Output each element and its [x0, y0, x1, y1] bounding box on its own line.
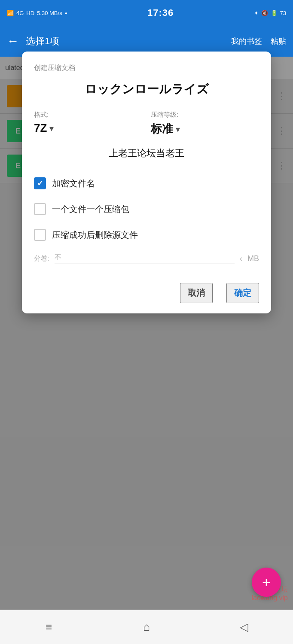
hd-badge: HD — [26, 10, 34, 16]
cancel-button[interactable]: 取消 — [180, 283, 213, 303]
checkbox-check-icon: ✓ — [37, 179, 43, 188]
checkbox-encrypt-box[interactable]: ✓ — [34, 177, 46, 189]
checkbox-encrypt-filename[interactable]: ✓ 加密文件名 — [34, 176, 259, 191]
confirm-button[interactable]: 确定 — [226, 283, 259, 303]
split-row: 分卷: 不 ‹ MB — [34, 253, 259, 268]
dialog-title: 创建压缩文档 — [34, 64, 259, 73]
dialog-container: 创建压缩文档 ロックンロールライズ 格式: 7Z ▾ 压缩等级: 标准 ▾ 上老… — [0, 26, 293, 644]
checkbox-delete-source-box[interactable] — [34, 229, 46, 241]
divider-1 — [34, 102, 259, 102]
bluetooth-icon: ✦ — [254, 10, 259, 16]
format-dropdown-arrow: ▾ — [49, 123, 54, 134]
format-value: 7Z — [34, 122, 47, 135]
level-dropdown-arrow: ▾ — [176, 124, 180, 134]
signal-text: 4G — [16, 10, 24, 16]
format-label: 格式: — [34, 111, 142, 119]
format-select[interactable]: 7Z ▾ — [34, 122, 142, 135]
level-value: 标准 — [151, 122, 173, 137]
checkbox-one-per-file-label: 一个文件一个压缩包 — [52, 204, 129, 215]
checkbox-one-per-file-box[interactable] — [34, 203, 46, 215]
create-archive-dialog: 创建压缩文档 ロックンロールライズ 格式: 7Z ▾ 压缩等级: 标准 ▾ 上老… — [22, 52, 271, 313]
filename-field[interactable]: ロックンロールライズ — [34, 81, 259, 97]
notification-dot: ● — [65, 11, 67, 15]
level-select[interactable]: 标准 ▾ — [151, 122, 259, 137]
divider-2 — [34, 166, 259, 166]
wifi-speed: 5.30 MB/s — [37, 10, 62, 16]
format-group: 格式: 7Z ▾ — [34, 111, 142, 135]
battery-level: 73 — [280, 10, 286, 16]
battery-icon: 🔋 — [271, 10, 278, 16]
dialog-actions: 取消 确定 — [34, 279, 259, 303]
status-left: 📶 4G HD 5.30 MB/s ● — [7, 10, 67, 16]
status-time: 17:36 — [147, 7, 174, 18]
checkbox-delete-source[interactable]: 压缩成功后删除源文件 — [34, 227, 259, 243]
level-label: 压缩等级: — [151, 111, 259, 119]
split-arrow-icon: ‹ — [240, 254, 242, 263]
split-unit: MB — [247, 254, 259, 263]
level-group: 压缩等级: 标准 ▾ — [151, 111, 259, 137]
checkbox-one-per-file[interactable]: 一个文件一个压缩包 — [34, 201, 259, 217]
split-input[interactable]: 不 — [55, 253, 235, 264]
status-bar: 📶 4G HD 5.30 MB/s ● 17:36 ✦ 🔇 🔋 73 — [0, 0, 293, 26]
signal-icon: 📶 — [7, 10, 14, 16]
status-right: ✦ 🔇 🔋 73 — [254, 10, 286, 16]
checkbox-delete-source-label: 压缩成功后删除源文件 — [52, 229, 138, 241]
mute-icon: 🔇 — [261, 10, 268, 16]
password-field[interactable]: 上老王论坛当老王 — [34, 143, 259, 163]
split-value: 不 — [55, 253, 61, 261]
format-row: 格式: 7Z ▾ 压缩等级: 标准 ▾ — [34, 111, 259, 137]
checkbox-encrypt-label: 加密文件名 — [52, 178, 95, 189]
split-label: 分卷: — [34, 254, 49, 263]
